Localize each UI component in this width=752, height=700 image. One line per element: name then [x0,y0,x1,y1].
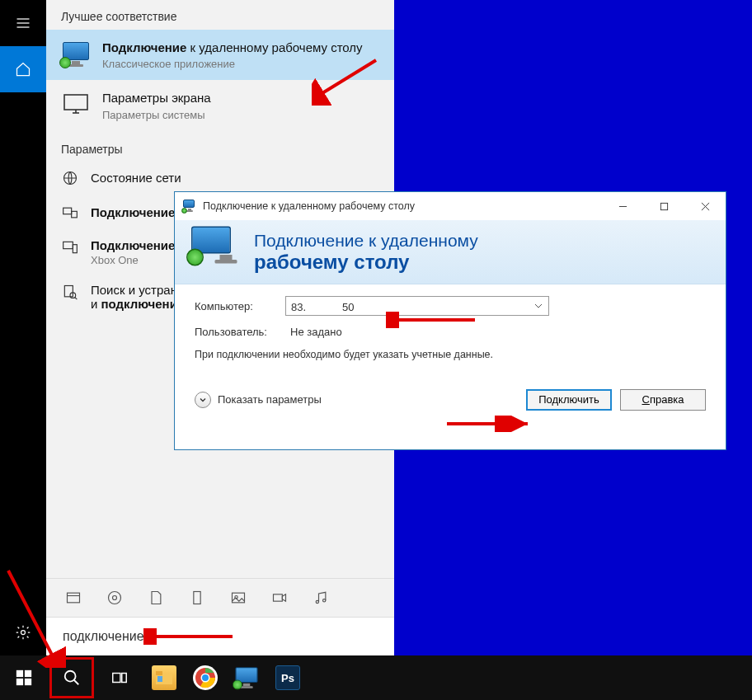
connect-button[interactable]: Подключить [526,389,612,411]
chevron-down-icon [195,392,211,408]
svg-rect-15 [68,593,80,603]
rdp-app-icon [61,40,91,69]
svg-rect-35 [25,670,31,677]
credentials-hint: При подключении необходимо будет указать… [195,348,706,363]
task-view-button[interactable] [96,655,143,700]
home-button[interactable] [0,46,46,92]
computer-label: Компьютер: [195,300,285,312]
filter-apps-icon[interactable] [64,589,82,607]
minimize-button[interactable] [602,192,643,220]
search-doc-icon [61,283,79,301]
filter-settings-icon[interactable] [106,589,124,607]
svg-rect-10 [63,242,73,248]
result-subtitle: Параметры системы [102,109,211,121]
svg-rect-36 [16,679,23,685]
chevron-down-icon [533,301,543,311]
filter-videos-icon[interactable] [270,589,289,607]
result-title: Параметры экрана [102,90,211,106]
svg-line-29 [318,60,376,96]
param-sublabel: Xbox One [91,254,175,266]
redacted-segment [308,299,341,311]
svg-rect-44 [157,676,162,682]
annotation-arrow [143,628,234,645]
annotation-arrow [312,56,378,106]
svg-rect-19 [194,592,200,604]
params-header: Параметры [46,131,394,161]
taskbar-app-explorer[interactable] [143,655,185,700]
rdp-titlebar-icon [183,200,196,213]
param-label: Подключение [91,205,175,219]
svg-line-14 [75,297,78,299]
filter-photos-icon[interactable] [229,589,247,607]
monitor-icon [61,90,91,120]
search-query-text: подключение [63,629,146,644]
param-network-status[interactable]: Состояние сети [46,161,394,195]
taskbar: Ps [0,655,752,700]
titlebar-text: Подключение к удаленному рабочему столу [203,200,415,212]
annotation-arrow [445,416,536,432]
annotation-arrow [0,569,66,668]
connect-icon [61,204,79,222]
filter-documents-icon[interactable] [147,589,165,607]
best-match-header: Лучшее соответствие [46,0,394,30]
svg-point-23 [316,600,318,603]
svg-rect-4 [64,95,87,110]
taskbar-app-rdp[interactable] [226,655,267,700]
globe-icon [61,169,79,187]
svg-rect-12 [64,285,73,296]
svg-rect-40 [113,674,120,683]
svg-rect-9 [72,211,78,218]
svg-rect-41 [122,674,127,683]
svg-rect-43 [156,671,162,675]
header-line1: Подключение к удаленному [254,230,478,251]
maximize-button[interactable] [643,192,684,220]
svg-rect-22 [274,594,283,601]
devices-icon [61,238,79,256]
svg-rect-37 [25,679,31,685]
taskbar-app-photoshop[interactable]: Ps [267,655,308,700]
svg-rect-34 [16,670,23,677]
annotation-arrow [386,312,477,328]
param-label: Подключение [91,238,175,252]
svg-rect-8 [63,208,72,214]
svg-point-24 [323,599,326,602]
hamburger-button[interactable] [0,0,46,46]
svg-rect-11 [73,244,77,252]
svg-line-39 [74,680,79,685]
show-options-toggle[interactable]: Показать параметры [195,392,322,408]
svg-point-17 [113,596,117,600]
svg-point-38 [65,671,76,682]
help-button[interactable]: Справка [620,389,706,411]
param-label: Состояние сети [91,171,181,185]
svg-point-18 [109,592,121,604]
rdp-header: Подключение к удаленному рабочему столу [175,220,726,284]
taskbar-app-chrome[interactable] [185,655,226,700]
svg-rect-26 [660,203,667,209]
filter-row [46,578,394,617]
header-line2: рабочему столу [254,251,478,275]
user-value: Не задано [285,326,342,338]
result-title: Подключение к удаленному рабочему столу [102,40,363,56]
titlebar[interactable]: Подключение к удаленному рабочему столу [175,192,726,220]
start-rail [0,0,46,655]
rdp-header-icon [191,233,237,272]
user-label: Пользователь: [195,326,285,338]
svg-point-47 [202,674,209,681]
svg-line-33 [8,571,54,660]
filter-folders-icon[interactable] [188,589,206,607]
close-button[interactable] [684,192,726,220]
filter-music-icon[interactable] [312,589,330,607]
